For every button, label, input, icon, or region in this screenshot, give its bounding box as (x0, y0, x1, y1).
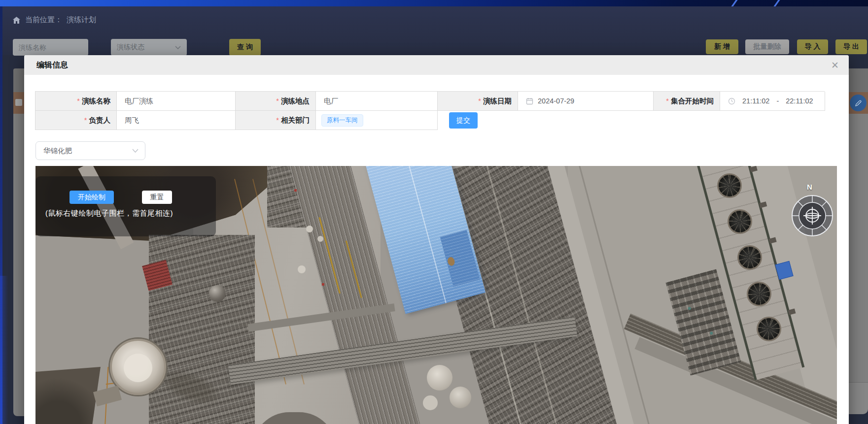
assembly-time-field[interactable]: 21:11:02 - 22:11:02 (720, 92, 825, 111)
close-icon[interactable]: ✕ (831, 61, 839, 70)
batch-delete-button[interactable]: 批量删除 (745, 39, 789, 54)
dome-tank (110, 339, 166, 395)
reset-draw-button[interactable]: 重置 (142, 191, 172, 204)
map-feature (319, 217, 341, 294)
map-feature (423, 395, 438, 410)
cooling-fan (747, 282, 771, 306)
drill-date-field[interactable]: 2024-07-29 (518, 92, 654, 111)
clock-icon (728, 98, 735, 105)
edit-info-modal: 编辑信息 ✕ * 演练名称 电厂演练 * 演练地点 电厂 * 演练日期 (24, 55, 849, 424)
row-edit-button[interactable] (850, 95, 867, 111)
department-field[interactable]: 原料一车间 (316, 111, 438, 130)
owner-field[interactable]: 周飞 (117, 111, 236, 130)
draw-hint: (鼠标右键绘制电子围栏，需首尾相连) (45, 209, 173, 218)
time-start: 21:11:02 (742, 97, 769, 105)
required-mark: * (276, 97, 279, 105)
time-separator: - (776, 97, 779, 105)
pencil-icon (855, 99, 862, 107)
compass-icon (791, 194, 834, 237)
required-mark: * (276, 116, 279, 124)
map-feature (322, 283, 324, 286)
breadcrumb-current: 演练计划 (67, 15, 96, 25)
table-footer-sliver-right (849, 382, 868, 414)
top-decorative-bar (0, 0, 868, 6)
breadcrumb: 当前位置： 演练计划 (12, 15, 96, 25)
site-select-value: 华锦化肥 (43, 146, 72, 156)
department-tag[interactable]: 原料一车间 (321, 114, 363, 127)
form-filler: 提交 (438, 111, 825, 130)
query-button[interactable]: 查 询 (229, 39, 261, 56)
modal-title: 编辑信息 (36, 60, 68, 70)
map-feature (485, 166, 563, 424)
map-feature (306, 226, 313, 232)
modal-header: 编辑信息 ✕ (24, 55, 849, 75)
submit-button[interactable]: 提交 (449, 112, 478, 129)
map-feature (688, 307, 691, 310)
decorative-streak (773, 0, 780, 6)
cooling-fan (728, 209, 752, 234)
map-feature (298, 265, 306, 273)
map-feature (450, 387, 471, 408)
drill-status-placeholder: 演练状态 (117, 43, 144, 52)
map-feature (398, 166, 447, 303)
aerial-map[interactable]: 开始绘制 重置 (鼠标右键绘制电子围栏，需首尾相连) N (35, 166, 837, 424)
table-header-sliver-right (849, 68, 868, 92)
map-feature (427, 365, 452, 391)
assembly-time-label: * 集合开始时间 (654, 92, 720, 111)
map-feature (317, 236, 323, 242)
drill-name-filter-input[interactable] (13, 39, 88, 56)
import-button[interactable]: 导 入 (797, 39, 828, 54)
owner-label: * 负责人 (35, 111, 117, 130)
cooling-fan (717, 173, 742, 198)
time-end: 22:11:02 (786, 97, 813, 105)
add-button[interactable]: 新 增 (706, 39, 738, 54)
table-body-sliver-right (849, 114, 868, 382)
required-mark: * (478, 97, 481, 105)
drill-date-label: * 演练日期 (438, 92, 518, 111)
table-header-sliver-left (13, 68, 24, 92)
modal-body: * 演练名称 电厂演练 * 演练地点 电厂 * 演练日期 2024-07-29 (24, 75, 849, 424)
drill-name-label: * 演练名称 (35, 92, 117, 111)
table-body-sliver-left (13, 114, 24, 416)
left-edge-glow (0, 276, 8, 424)
cooling-fan (757, 317, 781, 341)
drill-form: * 演练名称 电厂演练 * 演练地点 电厂 * 演练日期 2024-07-29 (35, 91, 825, 130)
row-checkbox[interactable] (15, 99, 22, 106)
map-feature (294, 189, 297, 192)
decorative-streak (731, 0, 737, 6)
calendar-icon (526, 98, 533, 105)
start-draw-button[interactable]: 开始绘制 (69, 191, 114, 204)
map-feature (93, 386, 122, 406)
drill-name-field[interactable]: 电厂演练 (117, 92, 236, 111)
draw-controls-panel: 开始绘制 重置 (鼠标右键绘制电子围栏，需首尾相连) (35, 176, 216, 236)
home-icon[interactable] (12, 16, 21, 24)
required-mark: * (84, 116, 87, 124)
map-feature (710, 331, 713, 335)
drill-place-label: * 演练地点 (236, 92, 316, 111)
cooling-fan (737, 245, 762, 270)
app-root: { "page": { "top": { "breadcrumb_prefix"… (0, 0, 868, 424)
required-mark: * (77, 97, 80, 105)
map-feature (346, 240, 362, 298)
map-feature (124, 354, 152, 382)
export-button[interactable]: 导 出 (835, 39, 867, 54)
chevron-down-icon (132, 149, 139, 153)
drill-status-filter-select[interactable]: 演练状态 (111, 39, 187, 56)
drill-place-field[interactable]: 电厂 (316, 92, 438, 111)
breadcrumb-prefix: 当前位置： (25, 15, 62, 25)
required-mark: * (666, 97, 669, 105)
chevron-down-icon (175, 46, 181, 49)
sphere-tank (209, 285, 226, 302)
compass[interactable] (791, 194, 834, 239)
site-select[interactable]: 华锦化肥 (35, 141, 145, 160)
department-label: * 相关部门 (236, 111, 316, 130)
compass-north-label: N (807, 183, 812, 191)
